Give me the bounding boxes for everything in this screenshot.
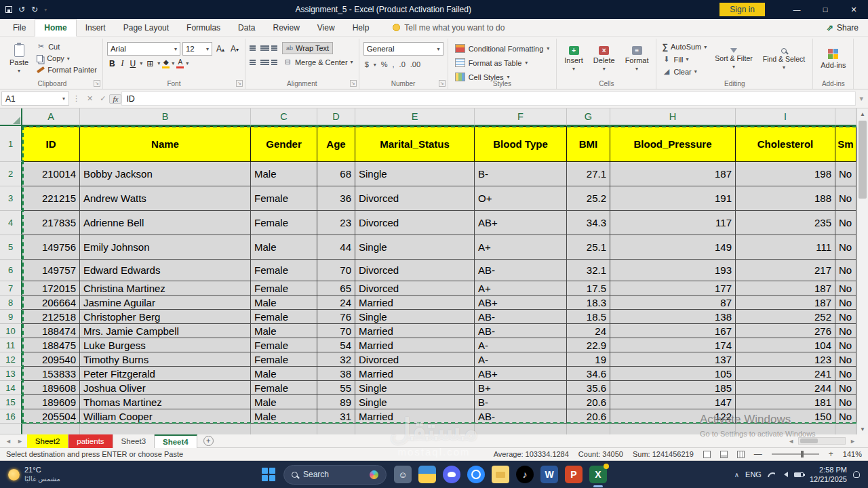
data-cell[interactable]: 217835 — [22, 211, 80, 235]
data-cell[interactable]: 188474 — [22, 324, 80, 338]
data-cell[interactable]: 31 — [317, 409, 355, 424]
hscroll-left-icon[interactable]: ◄ — [785, 438, 797, 445]
data-cell[interactable]: No — [835, 352, 856, 367]
data-cell[interactable]: Thomas Martinez — [80, 395, 251, 409]
taskbar-search[interactable]: Search — [283, 465, 387, 485]
data-cell[interactable]: 210014 — [22, 162, 80, 186]
data-cell[interactable]: No — [835, 310, 856, 324]
row-header-17[interactable] — [0, 424, 22, 434]
data-cell[interactable]: B- — [475, 162, 567, 186]
sort-filter-button[interactable]: Sort & Filter▾ — [711, 40, 755, 78]
data-cell[interactable]: AB- — [475, 324, 567, 338]
align-left-icon[interactable] — [250, 59, 258, 66]
number-dialog-launcher[interactable]: ↘ — [439, 80, 446, 87]
data-cell[interactable]: B+ — [475, 381, 567, 395]
data-cell[interactable]: Edward Edwards — [80, 260, 251, 281]
data-cell[interactable]: No — [835, 281, 856, 296]
wifi-icon[interactable] — [768, 472, 775, 477]
conditional-formatting-button[interactable]: Conditional Formatting▾ — [452, 42, 553, 55]
clear-button[interactable]: ◢Clear▾ — [660, 66, 708, 77]
excel-icon[interactable]: X — [589, 466, 607, 483]
column-header-partial[interactable] — [835, 108, 856, 126]
scroll-down-icon[interactable]: ▼ — [857, 424, 868, 434]
volume-icon[interactable] — [781, 472, 788, 477]
font-name-select[interactable]: Arial▾ — [107, 42, 180, 56]
data-cell[interactable]: 198 — [736, 162, 835, 186]
data-cell[interactable]: 20.6 — [567, 409, 610, 424]
comma-style-button[interactable]: , — [393, 60, 395, 68]
column-header-G[interactable]: G — [567, 108, 610, 126]
file-explorer-icon[interactable] — [418, 466, 436, 483]
header-cell[interactable]: BMI — [567, 126, 610, 162]
data-cell[interactable]: 111 — [736, 235, 835, 260]
maximize-button[interactable]: □ — [811, 0, 840, 19]
data-cell[interactable]: Joshua Oliver — [80, 381, 251, 395]
font-size-select[interactable]: 12▾ — [182, 42, 212, 56]
alignment-dialog-launcher[interactable]: ↘ — [350, 80, 357, 87]
vertical-scrollbar-thumb[interactable] — [859, 121, 867, 199]
data-cell[interactable]: A- — [475, 352, 567, 367]
horizontal-scrollbar-thumb[interactable] — [800, 439, 818, 443]
format-as-table-button[interactable]: Format as Table▾ — [452, 56, 553, 69]
data-cell[interactable]: AB- — [475, 260, 567, 281]
confirm-entry-icon[interactable]: ✓ — [96, 94, 109, 103]
data-cell[interactable]: AB+ — [475, 367, 567, 381]
column-header-I[interactable]: I — [736, 108, 835, 126]
data-cell[interactable]: No — [835, 324, 856, 338]
data-cell[interactable]: Timothy Burns — [80, 352, 251, 367]
notification-icon[interactable] — [853, 471, 860, 478]
data-cell[interactable] — [251, 424, 317, 434]
data-cell[interactable]: 212518 — [22, 310, 80, 324]
data-cell[interactable]: 17.5 — [567, 281, 610, 296]
borders-button[interactable]: ⊞ — [144, 59, 155, 68]
data-cell[interactable]: Christopher Berg — [80, 310, 251, 324]
header-cell[interactable]: Blood_Pressure — [610, 126, 736, 162]
data-cell[interactable]: 137 — [610, 352, 736, 367]
italic-button[interactable]: I — [119, 58, 126, 68]
data-cell[interactable]: 25.1 — [567, 235, 610, 260]
tray-expand-icon[interactable]: ∧ — [734, 471, 739, 479]
bottom-align-icon[interactable] — [271, 45, 280, 52]
data-cell[interactable]: 177 — [610, 281, 736, 296]
cut-button[interactable]: ✂Cut — [35, 41, 98, 52]
data-cell[interactable]: 235 — [736, 211, 835, 235]
row-header-5[interactable]: 5 — [0, 235, 22, 260]
column-header-H[interactable]: H — [610, 108, 736, 126]
save-icon[interactable] — [5, 6, 12, 13]
data-cell[interactable]: 104 — [736, 338, 835, 352]
data-cell[interactable]: 20.6 — [567, 395, 610, 409]
data-cell[interactable]: Jasmine Aguilar — [80, 296, 251, 310]
format-painter-button[interactable]: Format Painter — [35, 65, 98, 75]
formula-input[interactable]: ID — [121, 92, 856, 106]
camera-icon[interactable] — [467, 466, 485, 483]
data-cell[interactable]: 44 — [317, 235, 355, 260]
data-cell[interactable]: No — [835, 338, 856, 352]
grow-font-button[interactable]: A▴ — [214, 44, 226, 54]
middle-align-icon[interactable] — [260, 45, 269, 52]
data-cell[interactable]: 172015 — [22, 281, 80, 296]
data-cell[interactable]: 252 — [736, 310, 835, 324]
data-cell[interactable]: Female — [251, 352, 317, 367]
find-select-button[interactable]: Find & Select▾ — [760, 40, 808, 78]
data-cell[interactable]: William Cooper — [80, 409, 251, 424]
data-cell[interactable]: 138 — [610, 310, 736, 324]
hscroll-right-icon[interactable]: ► — [847, 438, 859, 445]
data-cell[interactable]: 205504 — [22, 409, 80, 424]
data-cell[interactable]: 241 — [736, 367, 835, 381]
share-button[interactable]: ⇗ Share — [827, 23, 868, 33]
page-layout-view-icon[interactable] — [720, 451, 728, 458]
namebox-splitter[interactable]: ⋮ — [69, 94, 83, 103]
data-cell[interactable]: 150 — [736, 409, 835, 424]
data-cell[interactable] — [610, 424, 736, 434]
row-header-3[interactable]: 3 — [0, 186, 22, 211]
tab-formulas[interactable]: Formulas — [178, 20, 229, 36]
data-cell[interactable]: Single — [355, 381, 475, 395]
data-cell[interactable]: 122 — [610, 409, 736, 424]
column-header-F[interactable]: F — [475, 108, 567, 126]
column-header-D[interactable]: D — [317, 108, 355, 126]
normal-view-icon[interactable] — [703, 451, 711, 458]
insert-function-icon[interactable]: fx — [109, 94, 121, 104]
data-cell[interactable]: A+ — [475, 281, 567, 296]
data-cell[interactable] — [317, 424, 355, 434]
autosum-button[interactable]: ∑AutoSum▾ — [660, 41, 708, 52]
